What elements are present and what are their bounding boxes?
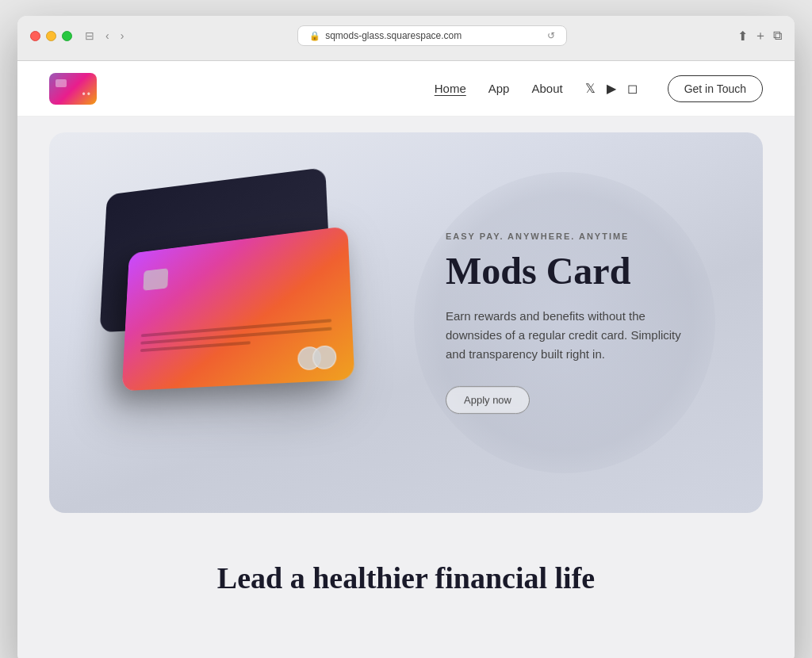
close-button[interactable] bbox=[30, 31, 40, 41]
hero-section: EASY PAY. ANYWHERE. ANYTIME Mods Card Ea… bbox=[49, 132, 763, 513]
share-icon[interactable]: ⬆ bbox=[737, 29, 748, 44]
card-circle-right bbox=[312, 345, 337, 369]
credit-card-3d bbox=[122, 226, 355, 391]
maximize-button[interactable] bbox=[62, 31, 72, 41]
nav-links: Home App About bbox=[435, 82, 563, 95]
nav-right: Home App About 𝕏 ▶ ◻ Get in Touch bbox=[435, 75, 763, 102]
browser-tabs bbox=[30, 54, 782, 60]
minimize-button[interactable] bbox=[46, 31, 56, 41]
address-bar[interactable]: 🔒 sqmods-glass.squarespace.com ↺ bbox=[297, 25, 567, 46]
tabs-icon[interactable]: ⧉ bbox=[773, 29, 782, 43]
address-bar-container: 🔒 sqmods-glass.squarespace.com ↺ bbox=[136, 25, 728, 46]
hero-content: EASY PAY. ANYWHERE. ANYTIME Mods Card Ea… bbox=[446, 231, 699, 414]
card-chip bbox=[143, 268, 168, 290]
new-tab-icon[interactable]: ＋ bbox=[754, 28, 767, 44]
forward-icon[interactable]: › bbox=[117, 28, 128, 44]
browser-controls: ⊟ ‹ › bbox=[82, 28, 127, 44]
hero-title: Mods Card bbox=[446, 251, 699, 293]
hero-description: Earn rewards and benefits without the do… bbox=[446, 307, 699, 364]
url-text: sqmods-glass.squarespace.com bbox=[325, 30, 462, 41]
card-circles bbox=[297, 345, 336, 370]
youtube-icon[interactable]: ▶ bbox=[607, 81, 616, 96]
nav-social-icons: 𝕏 ▶ ◻ bbox=[585, 81, 638, 96]
get-in-touch-button[interactable]: Get in Touch bbox=[668, 75, 763, 102]
sidebar-toggle-icon[interactable]: ⊟ bbox=[82, 28, 98, 44]
back-icon[interactable]: ‹ bbox=[102, 28, 113, 44]
browser-window: ⊟ ‹ › 🔒 sqmods-glass.squarespace.com ↺ ⬆… bbox=[17, 16, 795, 658]
twitter-icon[interactable]: 𝕏 bbox=[585, 81, 596, 96]
bottom-section: Lead a healthier financial life bbox=[17, 529, 795, 611]
instagram-icon[interactable]: ◻ bbox=[627, 81, 638, 96]
nav-link-home[interactable]: Home bbox=[435, 82, 466, 95]
lock-icon: 🔒 bbox=[309, 31, 320, 41]
website: Home App About 𝕏 ▶ ◻ Get in Touch bbox=[17, 61, 795, 658]
traffic-lights bbox=[30, 31, 72, 41]
navigation: Home App About 𝕏 ▶ ◻ Get in Touch bbox=[17, 61, 795, 117]
nav-link-app[interactable]: App bbox=[488, 82, 510, 95]
hero-eyebrow: EASY PAY. ANYWHERE. ANYTIME bbox=[446, 231, 699, 241]
browser-chrome: ⊟ ‹ › 🔒 sqmods-glass.squarespace.com ↺ ⬆… bbox=[17, 16, 795, 61]
card-3d-container bbox=[97, 172, 366, 473]
site-logo[interactable] bbox=[49, 73, 97, 105]
logo-chip bbox=[56, 79, 67, 87]
reload-icon[interactable]: ↺ bbox=[547, 30, 555, 41]
bottom-title: Lead a healthier financial life bbox=[49, 560, 763, 595]
browser-titlebar: ⊟ ‹ › 🔒 sqmods-glass.squarespace.com ↺ ⬆… bbox=[30, 25, 782, 46]
nav-link-about[interactable]: About bbox=[531, 82, 562, 95]
apply-now-button[interactable]: Apply now bbox=[446, 386, 530, 414]
browser-actions: ⬆ ＋ ⧉ bbox=[737, 28, 782, 44]
